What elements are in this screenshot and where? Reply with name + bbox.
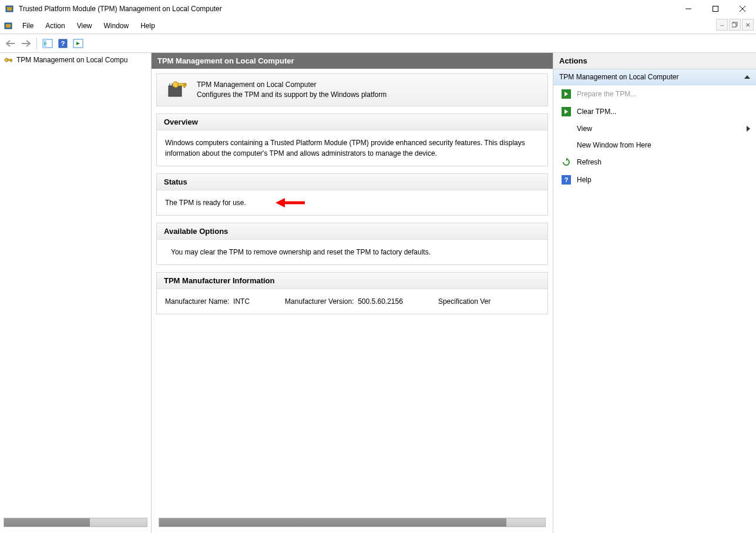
menu-view[interactable]: View — [71, 19, 98, 32]
options-body: You may clear the TPM to remove ownershi… — [157, 240, 547, 264]
toolbar-action-button[interactable] — [71, 36, 85, 51]
actions-group-title: TPM Management on Local Computer — [559, 73, 678, 81]
red-annotation-arrow-icon — [275, 197, 305, 208]
banner-subtitle: Configures the TPM and its support by th… — [197, 90, 387, 100]
svg-rect-3 — [713, 6, 718, 12]
content-header: TPM Management on Local Computer — [152, 53, 553, 69]
maximize-button[interactable] — [702, 0, 729, 18]
mfg-version-value: 500.5.60.2156 — [358, 297, 403, 306]
mfg-version-label: Manufacturer Version: — [285, 297, 354, 306]
help-button[interactable]: ? — [56, 36, 70, 51]
forward-button[interactable] — [19, 36, 33, 51]
action-view-label: View — [577, 125, 592, 133]
action-prepare-tpm[interactable]: Prepare the TPM... — [553, 85, 756, 103]
content-body: TPM Management on Local Computer Configu… — [152, 69, 553, 533]
action-new-window[interactable]: New Window from Here — [553, 137, 756, 153]
mfg-name-label: Manufacturer Name: — [165, 297, 229, 306]
status-header: Status — [157, 174, 547, 190]
spec-label: Specification Ver — [438, 297, 490, 306]
minimize-button[interactable] — [675, 0, 702, 18]
manufacturer-version: Manufacturer Version: 500.5.60.2156 — [285, 297, 403, 306]
nav-item-label: TPM Management on Local Compu — [16, 56, 127, 64]
action-view[interactable]: View — [553, 120, 756, 137]
arrow-right-green-icon — [562, 107, 571, 116]
status-section: Status The TPM is ready for use. — [156, 173, 548, 216]
overview-header: Overview — [157, 114, 547, 130]
action-help[interactable]: ? Help — [553, 171, 756, 189]
svg-rect-7 — [6, 24, 11, 28]
svg-rect-9 — [732, 23, 736, 27]
svg-text:?: ? — [61, 40, 65, 47]
actions-group-header[interactable]: TPM Management on Local Computer — [553, 69, 756, 85]
content-horizontal-scrollbar[interactable] — [159, 518, 546, 527]
action-help-label: Help — [577, 176, 592, 184]
toolbar: ? — [0, 34, 756, 53]
main-layout: TPM Management on Local Compu TPM Manage… — [0, 53, 756, 533]
nav-scrollbar-thumb[interactable] — [4, 518, 90, 527]
actions-pane: Actions TPM Management on Local Computer… — [553, 53, 756, 533]
content-pane: TPM Management on Local Computer TPM Man… — [152, 53, 553, 533]
back-button[interactable] — [4, 36, 18, 51]
window-title: Trusted Platform Module (TPM) Management… — [19, 5, 675, 13]
svg-rect-28 — [184, 83, 185, 88]
menu-action[interactable]: Action — [39, 19, 70, 32]
mdi-minimize-button[interactable]: – — [716, 19, 728, 31]
info-banner: TPM Management on Local Computer Configu… — [156, 73, 548, 106]
action-new-window-label: New Window from Here — [577, 141, 651, 149]
mdi-close-button[interactable]: ✕ — [742, 19, 754, 31]
status-body-row: The TPM is ready for use. — [157, 190, 547, 215]
menu-file[interactable]: File — [16, 19, 39, 32]
svg-rect-19 — [11, 59, 12, 62]
banner-title: TPM Management on Local Computer — [197, 80, 387, 90]
manufacturer-name: Manufacturer Name: INTC — [165, 297, 250, 306]
manufacturer-header: TPM Manufacturer Information — [157, 273, 547, 289]
nav-horizontal-scrollbar[interactable] — [4, 518, 147, 527]
banner-text: TPM Management on Local Computer Configu… — [197, 80, 387, 100]
menu-window[interactable]: Window — [98, 19, 135, 32]
refresh-icon — [562, 157, 571, 167]
available-options-section: Available Options You may clear the TPM … — [156, 223, 548, 265]
svg-rect-1 — [7, 7, 12, 11]
nav-tpm-management[interactable]: TPM Management on Local Compu — [0, 53, 151, 67]
navigation-pane: TPM Management on Local Compu — [0, 53, 152, 533]
window-controls — [675, 0, 756, 18]
actions-pane-header: Actions — [553, 53, 756, 69]
action-refresh-label: Refresh — [577, 158, 602, 166]
action-refresh[interactable]: Refresh — [553, 153, 756, 171]
tpm-key-icon — [4, 55, 13, 65]
mmc-icon — [4, 21, 13, 31]
close-button[interactable] — [729, 0, 756, 18]
mfg-name-value: INTC — [233, 297, 250, 306]
status-text: The TPM is ready for use. — [165, 197, 246, 208]
menu-help[interactable]: Help — [135, 19, 161, 32]
menu-bar: File Action View Window Help – ✕ — [0, 18, 756, 34]
overview-section: Overview Windows computers containing a … — [156, 113, 548, 166]
action-clear-tpm[interactable]: Clear TPM... — [553, 103, 756, 120]
specification-version: Specification Ver — [438, 297, 490, 306]
app-icon — [5, 4, 14, 14]
manufacturer-row: Manufacturer Name: INTC Manufacturer Ver… — [157, 289, 547, 314]
arrow-right-green-icon — [562, 89, 571, 99]
help-icon: ? — [562, 175, 571, 185]
manufacturer-section: TPM Manufacturer Information Manufacture… — [156, 272, 548, 314]
collapse-icon — [744, 75, 750, 79]
overview-body: Windows computers containing a Trusted P… — [157, 130, 547, 166]
action-prepare-label: Prepare the TPM... — [577, 90, 636, 98]
mdi-window-controls: – ✕ — [716, 19, 754, 31]
show-hide-tree-button[interactable] — [41, 36, 55, 51]
action-clear-label: Clear TPM... — [577, 108, 616, 116]
mdi-restore-button[interactable] — [729, 19, 741, 31]
tpm-chip-key-icon — [165, 80, 189, 99]
toolbar-separator — [36, 38, 37, 49]
svg-text:?: ? — [565, 176, 569, 183]
title-bar: Trusted Platform Module (TPM) Management… — [0, 0, 756, 18]
content-scrollbar-thumb[interactable] — [159, 518, 506, 527]
submenu-arrow-icon — [747, 126, 750, 132]
options-header: Available Options — [157, 223, 547, 240]
